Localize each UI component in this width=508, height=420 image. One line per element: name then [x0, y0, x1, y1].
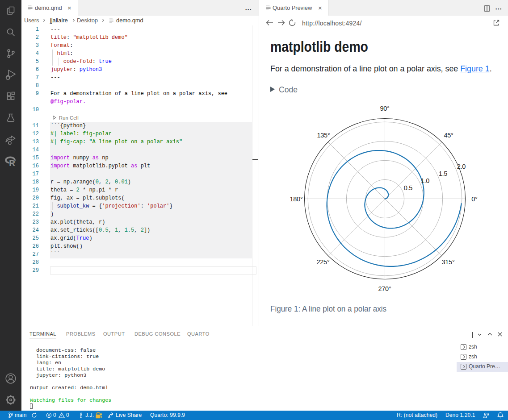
svg-text:1.5: 1.5 [439, 170, 447, 177]
svg-text:180°: 180° [290, 195, 303, 203]
svg-text:R: R [9, 158, 15, 166]
svg-text:2.0: 2.0 [457, 163, 466, 170]
svg-text:45°: 45° [444, 132, 453, 139]
svg-text:225°: 225° [317, 258, 330, 266]
svg-text:1.0: 1.0 [421, 177, 429, 184]
svg-text:270°: 270° [378, 285, 391, 292]
svg-text:0°: 0° [471, 195, 477, 203]
svg-text:90°: 90° [380, 105, 389, 112]
svg-text:315°: 315° [442, 258, 455, 266]
svg-text:0.5: 0.5 [404, 184, 412, 191]
svg-text:135°: 135° [317, 132, 330, 139]
